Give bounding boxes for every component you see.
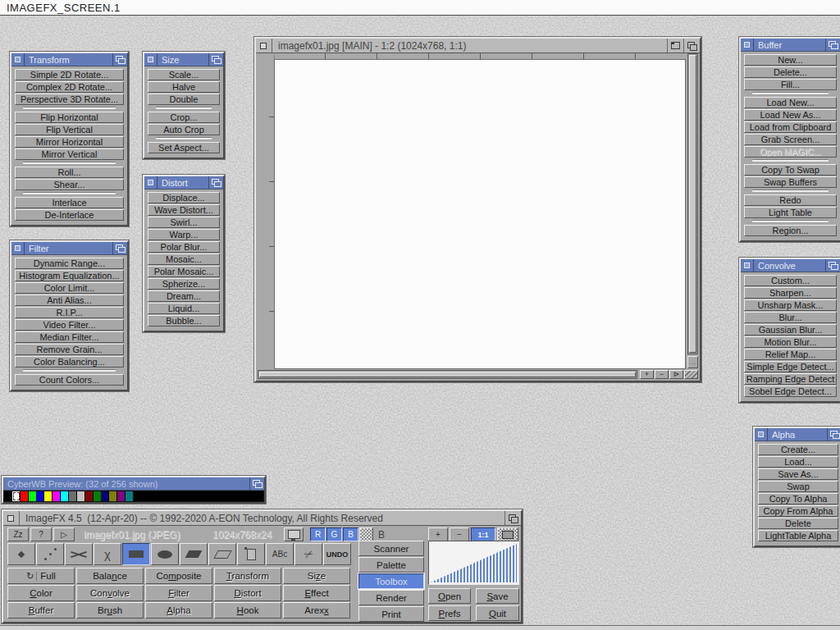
convolve-relief-map-button[interactable]: Relief Map... [744,349,837,360]
filter-dynamic-range-button[interactable]: Dynamic Range... [15,258,124,269]
toolbar-full-button[interactable]: ↻Full [7,568,75,584]
alpha-swap-button[interactable]: Swap [758,481,838,492]
palette-swatch-27[interactable] [223,491,231,501]
filter-remove-grain-button[interactable]: Remove Grain... [15,344,124,355]
transform-shear-button[interactable]: Shear... [15,179,124,190]
green-channel-toggle[interactable]: G [326,527,342,541]
close-gadget-icon[interactable] [144,176,158,189]
palette-swatch-3[interactable] [29,491,37,501]
alpha-load-button[interactable]: Load... [758,456,838,468]
palette-swatch-13[interactable] [109,491,117,501]
transform-mirror-vertical-button[interactable]: Mirror Vertical [15,148,124,160]
palette-swatch-8[interactable] [69,491,77,501]
buffer-load-from-clipboard-button[interactable]: Load from Clipboard [744,121,837,133]
filter-panel-titlebar[interactable]: Filter [11,242,127,255]
convolve-panel-titlebar[interactable]: Convolve [741,259,840,272]
toolbar-balance-button[interactable]: Balance [76,568,144,584]
filter-video-filter-button[interactable]: Video Filter... [15,319,124,331]
toolbar-arexx-button[interactable]: Arexx [283,602,350,619]
toolbar-palette-button[interactable]: Palette [358,557,424,573]
toolbar-open-button[interactable]: Open [428,588,471,604]
palette-swatch-6[interactable] [52,491,61,501]
palette-swatch-31[interactable] [255,491,263,501]
filter-color-balancing-button[interactable]: Color Balancing... [15,356,124,368]
buffer-redo-button[interactable]: Redo [744,194,837,206]
transform-mirror-horizontal-button[interactable]: Mirror Horizontal [15,136,124,148]
buffer-swap-buffers-button[interactable]: Swap Buffers [744,176,837,188]
filter-histogram-equalization-button[interactable]: Histogram Equalization... [15,270,124,281]
size-crop-button[interactable]: Crop... [148,112,220,123]
palette-swatch-24[interactable] [199,491,207,501]
alpha-copy-from-alpha-button[interactable]: Copy From Alpha [758,505,838,517]
keyboard-gadget-icon[interactable]: ... [687,356,698,368]
distort-swirl-button[interactable]: Swirl... [148,217,220,228]
crop-tool-button[interactable] [294,543,322,565]
close-gadget-icon[interactable] [11,53,25,66]
close-gadget-icon[interactable] [741,39,754,51]
palette-swatch-21[interactable] [174,491,182,501]
palette-swatch-10[interactable] [85,491,94,501]
alpha-copy-to-alpha-button[interactable]: Copy To Alpha [758,493,838,504]
convolve-custom-button[interactable]: Custom... [744,275,837,286]
palette-swatch-22[interactable] [182,491,190,501]
toolbar-titlebar[interactable]: ImageFX 4.5 (12-Apr-20) -- © 1992-2020 A… [3,511,521,526]
vertical-scrollbar[interactable] [687,53,698,354]
palette-swatch-15[interactable] [126,491,134,501]
fill-tool-button[interactable] [208,543,236,565]
size-halve-button[interactable]: Halve [148,81,220,93]
view-zoom-out-button[interactable]: − [450,527,469,541]
transform-de-interlace-button[interactable]: De-Interlace [15,209,124,221]
buffer-region-button[interactable]: Region... [744,225,837,236]
text-tool-button[interactable]: ABc [266,543,294,565]
polygon-tool-button[interactable] [180,543,208,565]
sleep-button[interactable]: Zz [7,527,29,541]
close-gadget-icon[interactable] [3,511,20,525]
palette-swatch-0[interactable] [4,491,12,501]
transform-interlace-button[interactable]: Interlace [15,197,124,208]
screen-titlebar[interactable]: IMAGEFX_SCREEN.1 [0,0,840,16]
filter-color-limit-button[interactable]: Color Limit... [15,282,124,294]
toolbar-save-button[interactable]: Save [476,588,519,604]
pan-button[interactable]: ⊳ [669,370,683,379]
palette-swatch-17[interactable] [142,491,150,501]
palette-swatch-25[interactable] [207,491,215,501]
depth-gadget-icon[interactable] [208,176,223,189]
distort-dream-button[interactable]: Dream... [148,290,220,302]
image-window-titlebar[interactable]: imagefx01.jpg [MAIN] - 1:2 (1024x768, 1:… [256,39,700,53]
close-gadget-icon[interactable] [755,428,768,441]
palette-swatch-20[interactable] [167,491,175,501]
red-channel-toggle[interactable]: R [310,527,326,541]
help-button[interactable]: ? [30,527,52,541]
transform-flip-vertical-button[interactable]: Flip Vertical [15,124,124,135]
vertical-scroll-thumb[interactable] [689,55,696,353]
horizontal-scroll-thumb[interactable] [259,372,636,377]
buffer-copy-to-swap-button[interactable]: Copy To Swap [744,164,837,176]
screen-mode-button[interactable] [284,527,304,541]
palette-swatch-30[interactable] [247,491,255,501]
depth-gadget-icon[interactable] [112,53,127,66]
preview-button[interactable] [497,527,518,541]
convolve-blur-button[interactable]: Blur... [744,312,837,323]
play-macro-button[interactable]: ▷ [53,527,75,541]
tag-tool-button[interactable] [237,543,265,565]
palette-swatch-12[interactable] [102,491,110,501]
palette-swatch-23[interactable] [190,491,199,501]
depth-gadget-icon[interactable] [683,39,700,52]
palette-swatch-11[interactable] [94,491,102,501]
distort-warp-button[interactable]: Warp... [148,229,220,240]
transform-perspective-3d-rotate-button[interactable]: Perspective 3D Rotate... [15,94,124,105]
convolve-sharpen-button[interactable]: Sharpen... [744,287,837,299]
toolbar-prefs-button[interactable]: Prefs [428,605,471,621]
size-set-aspect-button[interactable]: Set Aspect... [148,142,220,153]
convolve-unsharp-mask-button[interactable]: Unsharp Mask... [744,299,837,311]
filter-median-filter-button[interactable]: Median Filter... [15,331,124,343]
distort-polar-blur-button[interactable]: Polar Blur... [148,241,220,253]
transform-panel-titlebar[interactable]: Transform [11,53,127,66]
convolve-motion-blur-button[interactable]: Motion Blur... [744,336,837,348]
filter-anti-alias-button[interactable]: Anti Alias... [15,294,124,306]
palette-swatch-19[interactable] [158,491,167,501]
depth-gadget-icon[interactable] [504,511,521,525]
distort-panel-titlebar[interactable]: Distort [144,176,223,189]
size-scale-button[interactable]: Scale... [148,69,220,80]
distort-spherize-button[interactable]: Spherize... [148,278,220,290]
